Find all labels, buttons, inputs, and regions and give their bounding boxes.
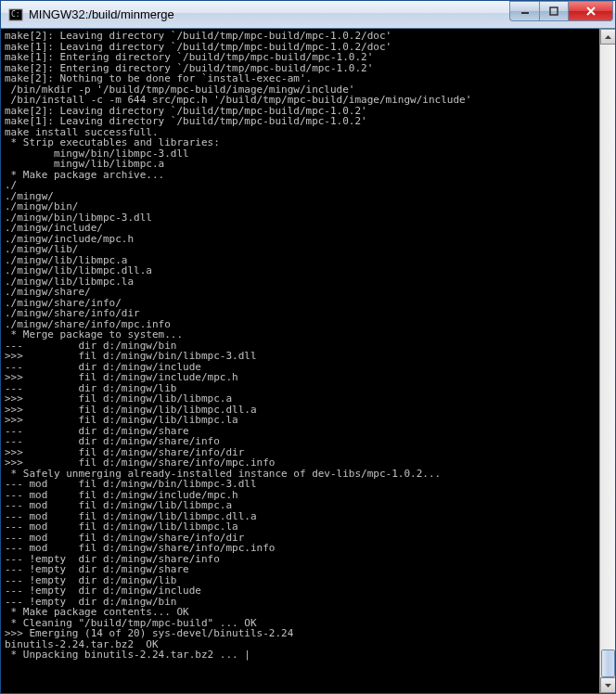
terminal-output: make[2]: Leaving directory `/build/tmp/m…: [5, 31, 611, 661]
close-button[interactable]: [569, 1, 613, 21]
terminal-window: C: MINGW32:/build/minmerge make[2]:: [0, 0, 616, 694]
chevron-down-icon: [605, 684, 611, 688]
scroll-thumb[interactable]: [601, 649, 615, 677]
window-title: MINGW32:/build/minmerge: [29, 7, 509, 21]
scroll-up-button[interactable]: [600, 29, 615, 45]
maximize-icon: [549, 6, 558, 16]
minimize-icon: [520, 6, 530, 16]
scrollbar-track[interactable]: [599, 29, 615, 693]
scroll-down-button[interactable]: [600, 677, 615, 693]
minimize-button[interactable]: [509, 1, 539, 21]
terminal-area[interactable]: make[2]: Leaving directory `/build/tmp/m…: [1, 29, 615, 693]
app-icon: C:: [8, 7, 23, 22]
titlebar[interactable]: C: MINGW32:/build/minmerge: [1, 1, 615, 29]
svg-rect-2: [521, 12, 529, 14]
close-icon: [585, 6, 597, 17]
svg-rect-3: [550, 7, 558, 15]
svg-text:C:: C:: [11, 10, 20, 19]
window-controls: [509, 1, 613, 21]
maximize-button[interactable]: [539, 1, 569, 21]
chevron-up-icon: [605, 35, 611, 39]
